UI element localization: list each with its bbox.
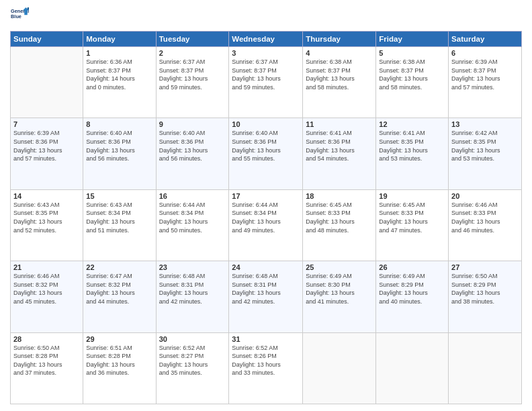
calendar-cell: 4Sunrise: 6:38 AM Sunset: 8:37 PM Daylig… — [303, 47, 376, 118]
day-number: 4 — [306, 49, 373, 57]
day-number: 1 — [86, 49, 152, 57]
day-info: Sunrise: 6:47 AM Sunset: 8:32 PM Dayligh… — [86, 272, 152, 306]
day-number: 9 — [159, 120, 226, 128]
calendar-week-row: 28Sunrise: 6:50 AM Sunset: 8:28 PM Dayli… — [11, 332, 522, 404]
day-number: 27 — [451, 263, 519, 271]
day-number: 19 — [379, 192, 445, 200]
day-number: 18 — [306, 192, 373, 200]
day-number: 13 — [451, 120, 519, 128]
day-info: Sunrise: 6:40 AM Sunset: 8:36 PM Dayligh… — [232, 129, 300, 163]
calendar-cell: 7Sunrise: 6:39 AM Sunset: 8:36 PM Daylig… — [11, 118, 83, 189]
calendar-cell: 12Sunrise: 6:41 AM Sunset: 8:35 PM Dayli… — [376, 118, 449, 189]
svg-text:Blue: Blue — [11, 13, 21, 19]
day-info: Sunrise: 6:38 AM Sunset: 8:37 PM Dayligh… — [379, 58, 445, 91]
day-number: 16 — [159, 192, 226, 200]
calendar-cell: 27Sunrise: 6:50 AM Sunset: 8:29 PM Dayli… — [449, 261, 522, 332]
logo-icon: General Blue — [10, 7, 29, 26]
day-number: 25 — [306, 263, 373, 271]
day-number: 20 — [451, 192, 519, 200]
calendar-cell — [11, 47, 83, 118]
calendar-cell: 2Sunrise: 6:37 AM Sunset: 8:37 PM Daylig… — [156, 47, 229, 118]
day-number: 8 — [86, 120, 152, 128]
day-info: Sunrise: 6:40 AM Sunset: 8:36 PM Dayligh… — [159, 129, 226, 163]
day-number: 15 — [86, 192, 152, 200]
day-number: 29 — [86, 335, 152, 343]
calendar-table: SundayMondayTuesdayWednesdayThursdayFrid… — [10, 31, 522, 404]
day-number: 14 — [13, 192, 80, 200]
logo: General Blue — [10, 7, 30, 26]
day-info: Sunrise: 6:41 AM Sunset: 8:35 PM Dayligh… — [379, 129, 445, 163]
calendar-week-row: 7Sunrise: 6:39 AM Sunset: 8:36 PM Daylig… — [11, 118, 522, 189]
calendar-week-row: 21Sunrise: 6:46 AM Sunset: 8:32 PM Dayli… — [11, 261, 522, 332]
calendar-cell: 6Sunrise: 6:39 AM Sunset: 8:37 PM Daylig… — [449, 47, 522, 118]
calendar-cell — [376, 332, 449, 404]
day-info: Sunrise: 6:37 AM Sunset: 8:37 PM Dayligh… — [232, 58, 300, 91]
day-info: Sunrise: 6:49 AM Sunset: 8:29 PM Dayligh… — [379, 272, 445, 306]
day-number: 31 — [232, 335, 300, 343]
page: General Blue SundayMondayTuesdayWednesda… — [0, 0, 532, 411]
calendar-cell: 24Sunrise: 6:48 AM Sunset: 8:31 PM Dayli… — [229, 261, 303, 332]
calendar-cell: 28Sunrise: 6:50 AM Sunset: 8:28 PM Dayli… — [11, 332, 83, 404]
day-number: 30 — [159, 335, 226, 343]
day-info: Sunrise: 6:45 AM Sunset: 8:33 PM Dayligh… — [306, 201, 373, 234]
calendar-cell: 23Sunrise: 6:48 AM Sunset: 8:31 PM Dayli… — [156, 261, 229, 332]
day-number: 6 — [451, 49, 519, 57]
day-info: Sunrise: 6:44 AM Sunset: 8:34 PM Dayligh… — [232, 201, 300, 234]
day-info: Sunrise: 6:41 AM Sunset: 8:36 PM Dayligh… — [306, 129, 373, 163]
day-info: Sunrise: 6:52 AM Sunset: 8:26 PM Dayligh… — [232, 344, 300, 377]
calendar-cell: 15Sunrise: 6:43 AM Sunset: 8:34 PM Dayli… — [83, 189, 156, 261]
calendar-cell: 9Sunrise: 6:40 AM Sunset: 8:36 PM Daylig… — [156, 118, 229, 189]
calendar-cell: 14Sunrise: 6:43 AM Sunset: 8:35 PM Dayli… — [11, 189, 83, 261]
day-info: Sunrise: 6:52 AM Sunset: 8:27 PM Dayligh… — [159, 344, 226, 377]
weekday-header-tuesday: Tuesday — [156, 32, 229, 47]
day-info: Sunrise: 6:51 AM Sunset: 8:28 PM Dayligh… — [86, 344, 152, 377]
day-info: Sunrise: 6:43 AM Sunset: 8:35 PM Dayligh… — [13, 201, 80, 234]
day-number: 12 — [379, 120, 445, 128]
day-info: Sunrise: 6:42 AM Sunset: 8:35 PM Dayligh… — [451, 129, 519, 163]
weekday-header-saturday: Saturday — [449, 32, 522, 47]
day-info: Sunrise: 6:46 AM Sunset: 8:32 PM Dayligh… — [13, 272, 80, 306]
day-number: 10 — [232, 120, 300, 128]
day-info: Sunrise: 6:38 AM Sunset: 8:37 PM Dayligh… — [306, 58, 373, 91]
calendar-cell: 26Sunrise: 6:49 AM Sunset: 8:29 PM Dayli… — [376, 261, 449, 332]
calendar-cell: 8Sunrise: 6:40 AM Sunset: 8:36 PM Daylig… — [83, 118, 156, 189]
day-info: Sunrise: 6:39 AM Sunset: 8:37 PM Dayligh… — [451, 58, 519, 91]
calendar-cell: 3Sunrise: 6:37 AM Sunset: 8:37 PM Daylig… — [229, 47, 303, 118]
calendar-cell — [449, 332, 522, 404]
calendar-cell: 25Sunrise: 6:49 AM Sunset: 8:30 PM Dayli… — [303, 261, 376, 332]
calendar-cell — [303, 332, 376, 404]
day-info: Sunrise: 6:48 AM Sunset: 8:31 PM Dayligh… — [232, 272, 300, 306]
day-number: 7 — [13, 120, 80, 128]
day-info: Sunrise: 6:46 AM Sunset: 8:33 PM Dayligh… — [451, 201, 519, 234]
day-info: Sunrise: 6:39 AM Sunset: 8:36 PM Dayligh… — [13, 129, 80, 163]
day-info: Sunrise: 6:44 AM Sunset: 8:34 PM Dayligh… — [159, 201, 226, 234]
day-info: Sunrise: 6:37 AM Sunset: 8:37 PM Dayligh… — [159, 58, 226, 91]
calendar-cell: 17Sunrise: 6:44 AM Sunset: 8:34 PM Dayli… — [229, 189, 303, 261]
day-info: Sunrise: 6:36 AM Sunset: 8:37 PM Dayligh… — [86, 58, 152, 91]
calendar-cell: 13Sunrise: 6:42 AM Sunset: 8:35 PM Dayli… — [449, 118, 522, 189]
calendar-cell: 30Sunrise: 6:52 AM Sunset: 8:27 PM Dayli… — [156, 332, 229, 404]
day-info: Sunrise: 6:50 AM Sunset: 8:29 PM Dayligh… — [451, 272, 519, 306]
calendar-cell: 18Sunrise: 6:45 AM Sunset: 8:33 PM Dayli… — [303, 189, 376, 261]
day-number: 17 — [232, 192, 300, 200]
day-number: 24 — [232, 263, 300, 271]
day-info: Sunrise: 6:43 AM Sunset: 8:34 PM Dayligh… — [86, 201, 152, 234]
day-number: 5 — [379, 49, 445, 57]
day-number: 23 — [159, 263, 226, 271]
day-number: 26 — [379, 263, 445, 271]
day-info: Sunrise: 6:50 AM Sunset: 8:28 PM Dayligh… — [13, 344, 80, 377]
weekday-header-wednesday: Wednesday — [229, 32, 303, 47]
day-number: 11 — [306, 120, 373, 128]
day-info: Sunrise: 6:40 AM Sunset: 8:36 PM Dayligh… — [86, 129, 152, 163]
weekday-header-row: SundayMondayTuesdayWednesdayThursdayFrid… — [11, 32, 522, 47]
day-info: Sunrise: 6:49 AM Sunset: 8:30 PM Dayligh… — [306, 272, 373, 306]
weekday-header-monday: Monday — [83, 32, 156, 47]
calendar-cell: 20Sunrise: 6:46 AM Sunset: 8:33 PM Dayli… — [449, 189, 522, 261]
calendar-cell: 29Sunrise: 6:51 AM Sunset: 8:28 PM Dayli… — [83, 332, 156, 404]
calendar-week-row: 1Sunrise: 6:36 AM Sunset: 8:37 PM Daylig… — [11, 47, 522, 118]
weekday-header-sunday: Sunday — [11, 32, 83, 47]
calendar-cell: 1Sunrise: 6:36 AM Sunset: 8:37 PM Daylig… — [83, 47, 156, 118]
day-info: Sunrise: 6:48 AM Sunset: 8:31 PM Dayligh… — [159, 272, 226, 306]
calendar-cell: 5Sunrise: 6:38 AM Sunset: 8:37 PM Daylig… — [376, 47, 449, 118]
calendar-cell: 21Sunrise: 6:46 AM Sunset: 8:32 PM Dayli… — [11, 261, 83, 332]
